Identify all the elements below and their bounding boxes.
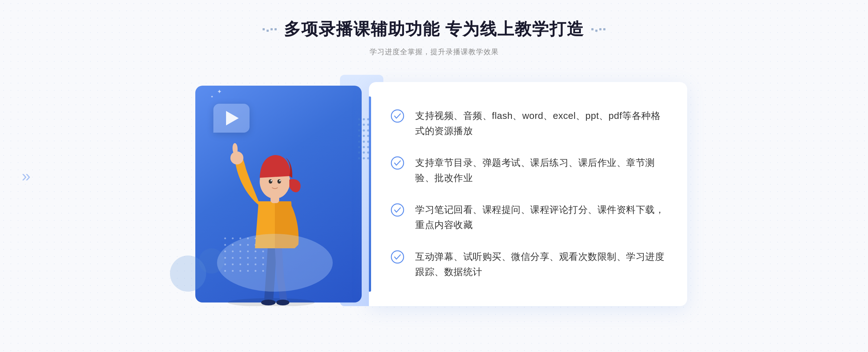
title-dots-left xyxy=(263,27,277,32)
features-panel: 支持视频、音频、flash、word、excel、ppt、pdf等各种格式的资源… xyxy=(369,82,687,306)
svg-point-2 xyxy=(276,300,289,305)
dot-icon xyxy=(599,28,601,30)
page-title: 多项录播课辅助功能 专为线上教学打造 xyxy=(284,18,584,40)
page-container: » 多项录播课辅助功能 专为线上教学打造 学习进度全掌握，提升录播课教学效果 xyxy=(0,0,868,352)
svg-point-13 xyxy=(391,204,404,216)
dot-icon xyxy=(603,28,605,30)
title-dots-right xyxy=(591,27,605,32)
check-icon-2 xyxy=(391,156,404,170)
dot-icon xyxy=(595,30,597,32)
svg-point-9 xyxy=(279,180,281,181)
header-section: 多项录播课辅助功能 专为线上教学打造 学习进度全掌握，提升录播课教学效果 xyxy=(263,18,606,57)
svg-point-14 xyxy=(391,251,404,263)
main-content: 支持视频、音频、flash、word、excel、ppt、pdf等各种格式的资源… xyxy=(181,75,687,313)
svg-point-1 xyxy=(261,300,276,305)
dot-icon xyxy=(275,28,277,30)
check-icon-4 xyxy=(391,250,404,264)
left-nav-arrow[interactable]: » xyxy=(22,167,27,185)
feature-item-2: 支持章节目录、弹题考试、课后练习、课后作业、章节测验、批改作业 xyxy=(391,151,665,190)
dot-icon xyxy=(271,28,273,30)
svg-point-8 xyxy=(271,180,272,181)
play-triangle-icon xyxy=(226,111,239,125)
svg-point-12 xyxy=(391,157,404,169)
svg-point-7 xyxy=(277,179,281,184)
svg-point-10 xyxy=(217,234,333,292)
dot-icon xyxy=(263,28,265,30)
feature-item-3: 学习笔记回看、课程提问、课程评论打分、课件资料下载，重点内容收藏 xyxy=(391,198,665,237)
feature-item-4: 互动弹幕、试听购买、微信分享、观看次数限制、学习进度跟踪、数据统计 xyxy=(391,245,665,284)
svg-point-6 xyxy=(269,179,272,184)
check-icon-3 xyxy=(391,203,404,217)
dot-icon xyxy=(591,28,593,30)
page-subtitle: 学习进度全掌握，提升录播课教学效果 xyxy=(263,47,606,57)
feature-text-1: 支持视频、音频、flash、word、excel、ppt、pdf等各种格式的资源… xyxy=(415,108,665,138)
feature-text-2: 支持章节目录、弹题考试、课后练习、课后作业、章节测验、批改作业 xyxy=(415,155,665,185)
check-icon-1 xyxy=(391,109,404,123)
svg-point-11 xyxy=(391,110,404,122)
dot-icon xyxy=(267,30,269,32)
illustration-area xyxy=(181,75,376,313)
title-row: 多项录播课辅助功能 专为线上教学打造 xyxy=(263,18,606,40)
feature-item-1: 支持视频、音频、flash、word、excel、ppt、pdf等各种格式的资源… xyxy=(391,104,665,143)
chevron-double-icon: » xyxy=(22,167,27,185)
feature-text-4: 互动弹幕、试听购买、微信分享、观看次数限制、学习进度跟踪、数据统计 xyxy=(415,249,665,279)
feature-text-3: 学习笔记回看、课程提问、课程评论打分、课件资料下载，重点内容收藏 xyxy=(415,202,665,232)
figure-container xyxy=(203,125,340,306)
